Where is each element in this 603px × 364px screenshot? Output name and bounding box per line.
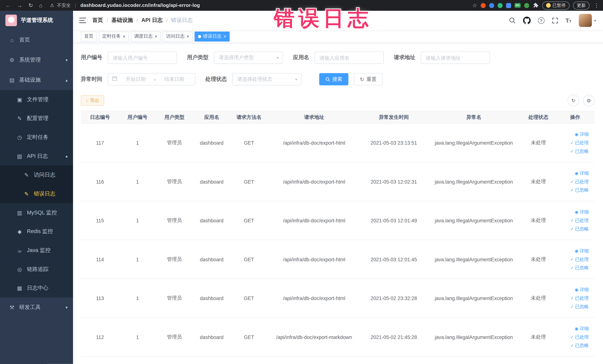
profile-paused-badge[interactable]: 已暂停 <box>542 1 569 10</box>
browser-back-icon[interactable]: ← <box>5 2 11 8</box>
close-icon[interactable]: × <box>186 34 189 39</box>
sidebar-item-access-log[interactable]: ✎ 访问日志 <box>0 165 73 184</box>
app-name-input[interactable] <box>314 52 384 64</box>
close-icon[interactable]: × <box>155 34 157 39</box>
tab-error-log[interactable]: 错误日志 × <box>195 31 230 41</box>
browser-update-button[interactable]: 更新 <box>573 1 590 10</box>
extension-red-icon[interactable] <box>481 3 486 8</box>
cell-user-type: 管理员 <box>156 318 193 356</box>
breadcrumb-infrastructure[interactable]: 基础设施 <box>111 17 133 24</box>
close-icon[interactable]: × <box>223 34 226 39</box>
user-menu[interactable]: ▾ <box>579 14 596 27</box>
refresh-table-button[interactable]: ↻ <box>568 94 579 106</box>
extension-grid-icon[interactable] <box>506 3 511 8</box>
mark-ignored-link[interactable]: ✓ 已忽略 <box>570 187 589 193</box>
mark-processed-link[interactable]: ✓ 已处理 <box>570 295 589 301</box>
font-size-icon[interactable]: TT <box>566 17 571 23</box>
bookmark-star-icon[interactable]: ☆ <box>472 2 477 8</box>
export-button[interactable]: ↓ 导出 <box>81 95 104 106</box>
col-actions: 操作 <box>556 111 594 123</box>
app-title: 芋道管理系统 <box>21 17 53 24</box>
column-settings-button[interactable]: ⚙ <box>583 94 594 106</box>
cell-request-url: /api/infra/db-doc/export-html <box>268 124 361 162</box>
detail-link[interactable]: ◉ 详细 <box>575 170 589 176</box>
cell-log-id: 113 <box>81 279 119 317</box>
sidebar-item-devtools[interactable]: ⚒ 研发工具 ▾ <box>0 297 73 317</box>
cell-user-type: 管理员 <box>156 162 193 201</box>
tab-dispatch-log[interactable]: 调度日志 × <box>131 31 161 41</box>
process-status-select[interactable]: 请选择处理状态 ▾ <box>232 73 302 85</box>
cell-actions: ◉ 详细 ✓ 已处理 ✓ 已忽略 <box>556 124 594 162</box>
request-url-input[interactable] <box>421 52 490 64</box>
sidebar-item-home[interactable]: ⌂ 首页 <box>0 30 73 50</box>
cell-user-type: 管理员 <box>156 240 193 279</box>
extension-leaf-icon[interactable] <box>524 3 529 8</box>
cell-method: GET <box>231 124 268 162</box>
search-button[interactable]: 搜索 <box>319 73 348 85</box>
sidebar-item-trace[interactable]: ◎ 链路追踪 <box>0 260 73 279</box>
sidebar-item-scheduled-jobs[interactable]: ◷ 定时任务 <box>0 128 73 147</box>
browser-forward-icon[interactable]: → <box>17 2 22 8</box>
mark-ignored-link[interactable]: ✓ 已忽略 <box>570 226 589 232</box>
sidebar-item-java-monitor[interactable]: ☕ Java 监控 <box>0 241 73 260</box>
cell-exception-name: java.lang.IllegalArgumentException <box>427 240 521 279</box>
sidebar-item-mysql-monitor[interactable]: ▥ MySQL 监控 <box>0 203 73 222</box>
mark-processed-link[interactable]: ✓ 已处理 <box>570 334 589 340</box>
browser-menu-icon[interactable]: ⋮ <box>594 2 599 8</box>
mark-ignored-link[interactable]: ✓ 已忽略 <box>570 264 589 271</box>
browser-reload-icon[interactable]: ↻ <box>29 2 33 8</box>
eye-icon: ◉ <box>575 210 578 214</box>
detail-link[interactable]: ◉ 详细 <box>575 325 589 332</box>
sidebar-item-error-log[interactable]: ✎ 错误日志 <box>0 184 73 203</box>
sidebar-item-system[interactable]: ⚙ 系统管理 ▾ <box>0 50 73 70</box>
mark-processed-link[interactable]: ✓ 已处理 <box>570 140 589 146</box>
sidebar-item-file-management[interactable]: ▣ 文件管理 <box>0 90 73 109</box>
mark-processed-link[interactable]: ✓ 已处理 <box>570 178 589 185</box>
trace-icon: ◎ <box>15 266 24 272</box>
sidebar-item-api-log[interactable]: ▧ API 日志 ▴ <box>0 146 73 165</box>
logo-image <box>5 15 17 26</box>
browser-home-icon[interactable]: ⌂ <box>39 2 42 8</box>
tab-scheduled-jobs[interactable]: 定时任务 × <box>99 31 129 41</box>
mark-ignored-link[interactable]: ✓ 已忽略 <box>570 303 589 310</box>
detail-link[interactable]: ◉ 详细 <box>575 286 589 293</box>
access-log-icon: ✎ <box>22 172 31 178</box>
hamburger-icon[interactable] <box>79 17 86 23</box>
detail-link[interactable]: ◉ 详细 <box>575 131 589 137</box>
user-id-input[interactable] <box>108 52 177 64</box>
sidebar-item-config-management[interactable]: ✎ 配置管理 <box>0 109 73 128</box>
address-bar[interactable]: ⚠ 不安全 | dashboard.yudao.iocoder.cn/infra… <box>50 2 200 9</box>
main-area: 首页 / 基础设施 / API 日志 / 错误日志 ? <box>73 11 603 364</box>
help-icon[interactable]: ? <box>538 17 545 23</box>
extensions-puzzle-icon[interactable] <box>532 2 538 8</box>
breadcrumb-home[interactable]: 首页 <box>92 17 103 24</box>
cell-actions: ◉ 详细 ✓ 已处理 ✓ 已忽略 <box>556 318 594 356</box>
sidebar-item-log-center[interactable]: ▦ 日志中心 <box>0 279 73 297</box>
exception-time-range-picker[interactable]: 开始日期 - 结束日期 <box>108 73 195 85</box>
end-date-placeholder: 结束日期 <box>157 76 191 83</box>
search-icon[interactable] <box>509 17 515 24</box>
mark-processed-link[interactable]: ✓ 已处理 <box>570 217 589 224</box>
detail-link[interactable]: ◉ 详细 <box>575 247 589 254</box>
tab-access-log[interactable]: 访问日志 × <box>163 31 193 41</box>
cell-app-name: dashboard <box>193 162 230 201</box>
extension-blue-icon[interactable] <box>489 3 494 8</box>
mark-processed-link[interactable]: ✓ 已处理 <box>570 256 589 263</box>
close-icon[interactable]: × <box>123 34 126 39</box>
extension-on-badge[interactable]: on <box>514 3 521 8</box>
fullscreen-icon[interactable] <box>552 17 558 23</box>
page-url[interactable]: dashboard.yudao.iocoder.cn/infra/log/api… <box>81 3 200 8</box>
chevron-down-icon: ▾ <box>594 18 596 23</box>
reset-button[interactable]: ↻ 重置 <box>354 73 383 85</box>
sidebar-item-redis-monitor[interactable]: ◆ Redis 监控 <box>0 222 73 241</box>
github-icon[interactable] <box>523 16 531 24</box>
breadcrumb-api-log[interactable]: API 日志 <box>141 17 163 24</box>
user-id-label: 用户编号 <box>81 54 102 61</box>
mark-ignored-link[interactable]: ✓ 已忽略 <box>570 148 589 154</box>
sidebar-item-infrastructure[interactable]: ▤ 基础设施 ▴ <box>0 70 73 90</box>
mark-ignored-link[interactable]: ✓ 已忽略 <box>570 342 589 349</box>
detail-link[interactable]: ◉ 详细 <box>575 209 589 215</box>
tab-home[interactable]: 首页 <box>81 31 97 41</box>
user-type-select[interactable]: 请选择用户类型 ▾ <box>214 52 283 64</box>
extension-green-icon[interactable] <box>498 3 502 8</box>
